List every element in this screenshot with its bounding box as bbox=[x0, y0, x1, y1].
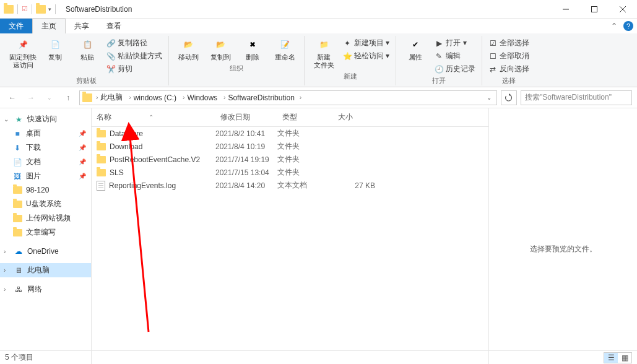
refresh-button[interactable] bbox=[501, 90, 517, 105]
file-row[interactable]: Download2021/8/4 10:19文件夹 bbox=[92, 140, 488, 153]
tab-view[interactable]: 查看 bbox=[98, 19, 130, 33]
pc-icon: 🖥 bbox=[14, 266, 24, 275]
select-none-icon: ☐ bbox=[488, 52, 497, 61]
sidebar-pictures[interactable]: 🖼图片📌 bbox=[0, 169, 91, 183]
sidebar-desktop[interactable]: ■桌面📌 bbox=[0, 126, 91, 141]
file-name: PostRebootEventCache.V2 bbox=[110, 155, 200, 164]
easy-access-button[interactable]: ⭐轻松访问 ▾ bbox=[342, 50, 391, 62]
address-dropdown-icon[interactable]: ⌄ bbox=[484, 94, 494, 101]
copy-path-button[interactable]: 🔗复制路径 bbox=[105, 37, 163, 49]
cloud-icon: ☁ bbox=[14, 246, 24, 256]
status-bar: 5 个项目 ☰ ▦ bbox=[0, 350, 637, 364]
breadcrumb-current[interactable]: ›SoftwareDistribution› bbox=[221, 93, 304, 102]
history-button[interactable]: 🕘历史记录 bbox=[433, 63, 477, 75]
file-date: 2021/7/14 19:19 bbox=[215, 155, 277, 164]
select-all-button[interactable]: ☑全部选择 bbox=[487, 37, 531, 49]
file-list[interactable]: 名称⌃ 修改日期 类型 大小 DataStore2021/8/2 10:41文件… bbox=[92, 108, 488, 364]
open-icon: ▶ bbox=[435, 39, 443, 48]
col-name[interactable]: 名称⌃ bbox=[92, 108, 215, 126]
col-size[interactable]: 大小 bbox=[333, 108, 383, 126]
group-new-label: 新建 bbox=[344, 72, 357, 81]
sidebar-folder-4[interactable]: 文章编写 bbox=[0, 225, 91, 240]
view-icons-button[interactable]: ▦ bbox=[618, 353, 631, 363]
file-type: 文件夹 bbox=[277, 141, 333, 152]
copyto-icon: 📂 bbox=[212, 37, 229, 52]
folder-icon bbox=[12, 214, 22, 223]
file-type: 文件夹 bbox=[277, 154, 333, 165]
cut-button[interactable]: ✂️剪切 bbox=[105, 63, 163, 75]
delete-button[interactable]: ✖删除 bbox=[238, 36, 267, 63]
invert-icon: ⇄ bbox=[488, 65, 497, 74]
search-input[interactable]: 搜索"SoftwareDistribution" bbox=[521, 90, 632, 105]
tab-share[interactable]: 共享 bbox=[66, 19, 98, 33]
sidebar-onedrive[interactable]: ›☁OneDrive bbox=[0, 245, 91, 258]
file-row[interactable]: SLS2021/7/15 13:04文件夹 bbox=[92, 166, 488, 179]
file-date: 2021/8/4 10:19 bbox=[215, 142, 277, 151]
move-to-button[interactable]: 📂移动到 bbox=[174, 36, 202, 63]
desktop-icon: ■ bbox=[12, 129, 22, 139]
properties-button[interactable]: ✔属性 bbox=[401, 36, 430, 63]
close-button[interactable] bbox=[609, 0, 637, 19]
up-button[interactable]: ↑ bbox=[61, 90, 76, 105]
select-none-button[interactable]: ☐全部取消 bbox=[487, 50, 531, 62]
sidebar-folder-3[interactable]: 上传网站视频 bbox=[0, 211, 91, 225]
preview-pane: 选择要预览的文件。 bbox=[488, 108, 637, 364]
view-details-button[interactable]: ☰ bbox=[604, 353, 618, 363]
edit-button[interactable]: ✎编辑 bbox=[433, 50, 477, 62]
file-type: 文件夹 bbox=[277, 167, 333, 178]
folder-icon bbox=[4, 5, 14, 14]
sidebar-network[interactable]: ›🖧网络 bbox=[0, 282, 91, 297]
sidebar-documents[interactable]: 📄文档📌 bbox=[0, 155, 91, 169]
new-icon: ✦ bbox=[343, 39, 352, 48]
paste-button[interactable]: 📋粘贴 bbox=[73, 36, 102, 63]
move-icon: 📂 bbox=[180, 37, 197, 52]
back-button[interactable]: ← bbox=[5, 90, 20, 105]
pin-icon: 📌 bbox=[14, 37, 32, 52]
new-item-button[interactable]: ✦新建项目 ▾ bbox=[342, 37, 391, 49]
breadcrumb-drive[interactable]: ›windows (C:) bbox=[126, 93, 179, 102]
copy-button[interactable]: 📄复制 bbox=[41, 36, 69, 63]
sidebar-quick-access[interactable]: ⌄★快速访问 bbox=[0, 112, 91, 126]
col-type[interactable]: 类型 bbox=[277, 108, 333, 126]
folder-icon bbox=[97, 143, 106, 150]
address-bar: ← → ⌄ ↑ ›此电脑 ›windows (C:) ›Windows ›Sof… bbox=[0, 87, 637, 108]
col-date[interactable]: 修改日期 bbox=[215, 108, 277, 126]
sidebar-this-pc[interactable]: ›🖥此电脑 bbox=[0, 263, 91, 277]
file-row[interactable]: ReportingEvents.log2021/8/4 14:20文本文档27 … bbox=[92, 179, 488, 192]
recent-dropdown[interactable]: ⌄ bbox=[42, 90, 57, 105]
file-date: 2021/7/15 13:04 bbox=[215, 168, 277, 177]
content-area: ⌄★快速访问 ■桌面📌 ⬇下载📌 📄文档📌 🖼图片📌 98-120 U盘装系统 … bbox=[0, 108, 637, 364]
breadcrumb-windows[interactable]: ›Windows bbox=[180, 93, 220, 102]
paste-shortcut-button[interactable]: 📎粘贴快捷方式 bbox=[105, 50, 163, 62]
ribbon-collapse-icon[interactable]: ⌃ bbox=[611, 22, 617, 30]
new-folder-button[interactable]: 📁新建 文件夹 bbox=[310, 36, 338, 71]
sidebar-folder-1[interactable]: 98-120 bbox=[0, 183, 91, 197]
maximize-button[interactable] bbox=[580, 0, 609, 19]
file-pane: 名称⌃ 修改日期 类型 大小 DataStore2021/8/2 10:41文件… bbox=[92, 108, 637, 364]
tab-home[interactable]: 主页 bbox=[32, 19, 66, 33]
file-row[interactable]: DataStore2021/8/2 10:41文件夹 bbox=[92, 127, 488, 140]
titlebar: ☑ ▾ SoftwareDistribution bbox=[0, 0, 637, 19]
folder-icon bbox=[12, 228, 22, 238]
minimize-button[interactable] bbox=[552, 0, 580, 19]
open-button[interactable]: ▶打开 ▾ bbox=[433, 37, 477, 49]
pin-icon: 📌 bbox=[79, 173, 86, 180]
copy-to-button[interactable]: 📂复制到 bbox=[206, 36, 235, 63]
pin-button[interactable]: 📌固定到快 速访问 bbox=[9, 36, 37, 71]
breadcrumb-thispc[interactable]: ›此电脑 bbox=[93, 92, 125, 103]
folder-icon bbox=[12, 185, 22, 195]
column-headers: 名称⌃ 修改日期 类型 大小 bbox=[92, 108, 488, 127]
qat-icon[interactable]: ☑ bbox=[22, 5, 28, 13]
file-row[interactable]: PostRebootEventCache.V22021/7/14 19:19文件… bbox=[92, 153, 488, 166]
invert-selection-button[interactable]: ⇄反向选择 bbox=[487, 63, 531, 75]
sidebar-folder-2[interactable]: U盘装系统 bbox=[0, 197, 91, 211]
address-box[interactable]: ›此电脑 ›windows (C:) ›Windows ›SoftwareDis… bbox=[79, 90, 497, 105]
help-icon[interactable]: ? bbox=[623, 21, 633, 31]
tab-file[interactable]: 文件 bbox=[0, 19, 32, 33]
qat-dropdown[interactable]: ▾ bbox=[48, 6, 51, 12]
rename-button[interactable]: 📝重命名 bbox=[271, 36, 299, 63]
forward-button[interactable]: → bbox=[24, 90, 38, 105]
folder-icon bbox=[12, 199, 22, 209]
folder-icon bbox=[97, 169, 106, 176]
sidebar-downloads[interactable]: ⬇下载📌 bbox=[0, 141, 91, 155]
